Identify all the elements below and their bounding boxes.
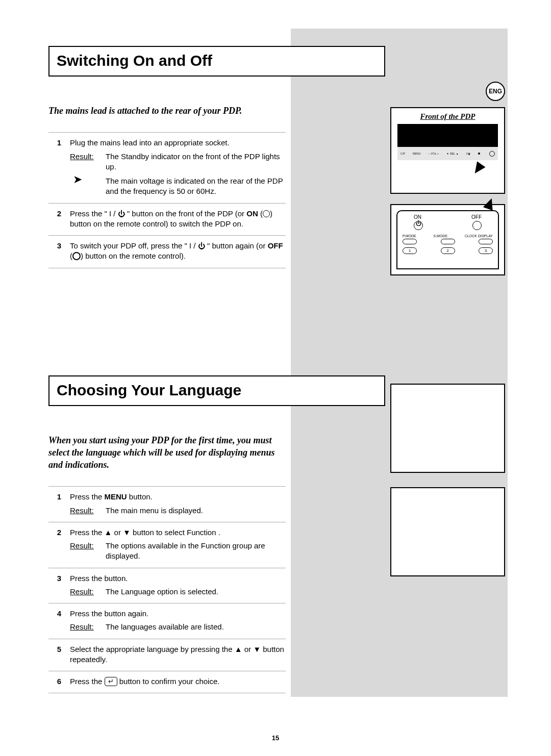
section2-intro: When you start using your PDP for the fi… — [48, 434, 283, 471]
step-number: 3 — [48, 573, 70, 597]
section-title-language: Choosing Your Language — [48, 375, 385, 406]
panel-label: MENU — [413, 152, 421, 155]
remote-button-icon — [72, 252, 81, 260]
step-6: 6 Press the ↵ button to confirm your cho… — [48, 671, 286, 693]
off-label: OFF — [268, 241, 283, 250]
panel-label: C/P — [400, 152, 405, 155]
remote-label-off: OFF — [471, 214, 482, 220]
step-number: 6 — [48, 676, 70, 687]
language-badge: ENG — [486, 82, 505, 101]
step-2: 2 Press the " I / ⏻ " button on the fron… — [48, 204, 286, 236]
figure-front-pdp: Front of the PDP C/P MENU − VOL + ▼ SEL … — [390, 107, 505, 194]
remote-num-button: 3 — [479, 247, 493, 254]
step-1: 1 Plug the mains lead into an appropriat… — [48, 132, 286, 203]
standby-led-icon — [478, 153, 480, 155]
step-text: Press the button. — [70, 573, 286, 584]
pdp-screen — [397, 124, 498, 147]
result-text: The options available in the Function gr… — [106, 541, 286, 562]
remote-label: S.MODE — [433, 234, 447, 238]
step-text: Press the ▲ or ▼ button to select Functi… — [70, 527, 286, 538]
pointer-arrow-icon — [470, 161, 485, 176]
note-arrow-icon: ➤ — [70, 176, 106, 197]
result-text: The main menu is displayed. — [106, 506, 203, 516]
step-number: 3 — [48, 241, 70, 262]
result-label: Result: — [70, 152, 106, 172]
step-number: 1 — [48, 492, 70, 516]
note-text: The main voltage is indicated on the rea… — [106, 176, 286, 197]
step-2: 2 Press the ▲ or ▼ button to select Func… — [48, 522, 286, 568]
step-5: 5 Select the appropriate language by pre… — [48, 639, 286, 672]
remote-pill-button-icon — [403, 239, 417, 244]
section1-steps: 1 Plug the mains lead into an appropriat… — [48, 132, 286, 268]
page-tab-triangle-icon — [262, 713, 289, 730]
remote-label-on: ON — [414, 214, 421, 220]
page-number: 15 — [0, 734, 551, 742]
pointer-arrow-icon — [483, 196, 496, 211]
step-number: 1 — [48, 138, 70, 196]
result-text: The languages available are listed. — [106, 622, 224, 632]
result-text: The Standby indicator on the front of th… — [106, 152, 286, 172]
step-text: ( — [258, 209, 263, 218]
step-3: 3 To switch your PDP off, press the " I … — [48, 236, 286, 268]
panel-label: ▼ SEL ▲ — [446, 152, 459, 155]
step-text: Press the " I / — [70, 209, 118, 218]
step-text: button to confirm your choice. — [117, 677, 220, 686]
result-label: Result: — [70, 587, 106, 597]
figure-title: Front of the PDP — [396, 112, 499, 121]
enter-button-icon: ↵ — [105, 677, 117, 686]
panel-label: I/⏻ — [466, 152, 471, 155]
result-label: Result: — [70, 541, 106, 562]
step-text: button. — [127, 492, 153, 501]
figure-menu-screenshot-1 — [390, 384, 505, 473]
step-1: 1 Press the MENU button. Result: The mai… — [48, 486, 286, 522]
step-number: 5 — [48, 644, 70, 665]
remote-button-icon — [263, 210, 270, 217]
remote-off-button-icon — [472, 221, 482, 230]
page-content: ENG Switching On and Off The mains lead … — [0, 0, 551, 693]
remote-label: P.MODE — [403, 234, 416, 238]
power-button-icon — [489, 151, 495, 157]
section2-steps: 1 Press the MENU button. Result: The mai… — [48, 486, 286, 693]
step-number: 2 — [48, 209, 70, 230]
remote-on-button-icon — [414, 221, 423, 230]
result-label: Result: — [70, 506, 106, 516]
section1-intro: The mains lead is attached to the rear o… — [48, 105, 283, 117]
pdp-control-strip: C/P MENU − VOL + ▼ SEL ▲ I/⏻ — [397, 147, 498, 160]
step-number: 2 — [48, 527, 70, 562]
remote-pill-button-icon — [479, 239, 493, 244]
step-text: Press the — [70, 677, 105, 686]
step-text: Select the appropriate language by press… — [70, 644, 286, 665]
step-text: ) button on the remote control). — [81, 251, 186, 260]
remote-num-button: 2 — [441, 247, 455, 254]
section-title-switching: Switching On and Off — [48, 46, 385, 77]
step-text: To switch your PDP off, press the " I / — [70, 241, 198, 250]
remote-label: CLOCK DISPLAY — [465, 234, 493, 238]
power-icon: ⏻ — [198, 242, 205, 250]
step-text: " button again (or — [205, 241, 268, 250]
step-3: 3 Press the button. Result: The Language… — [48, 568, 286, 604]
result-text: The Language option is selected. — [106, 587, 218, 597]
step-text: Plug the mains lead into an appropriate … — [70, 138, 286, 148]
remote-pill-button-icon — [441, 239, 455, 244]
step-number: 4 — [48, 609, 70, 633]
step-text: Press the — [70, 492, 105, 501]
on-label: ON — [246, 209, 258, 218]
step-text: Press the button again. — [70, 609, 286, 619]
figure-menu-screenshot-2 — [390, 487, 505, 576]
figure-remote: ON OFF P.MODE S.MODE CLOCK DISPLAY 1 2 3 — [390, 204, 505, 275]
remote-num-button: 1 — [403, 247, 417, 254]
step-4: 4 Press the button again. Result: The la… — [48, 603, 286, 639]
panel-label: − VOL + — [429, 152, 439, 155]
result-label: Result: — [70, 622, 106, 632]
power-icon: ⏻ — [118, 210, 125, 218]
step-text: " button on the front of the PDP (or — [125, 209, 247, 218]
menu-bold: MENU — [105, 492, 127, 501]
